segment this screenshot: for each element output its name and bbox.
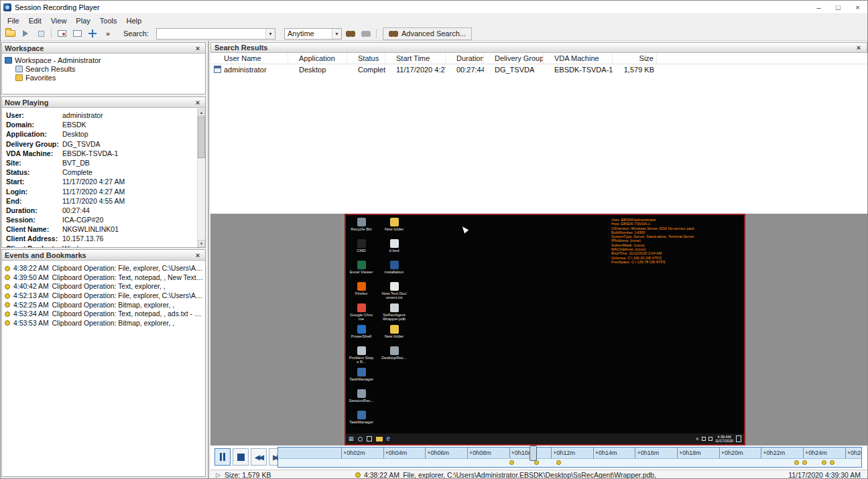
timeline-event-dot[interactable] — [822, 460, 826, 465]
menu-item[interactable]: View — [46, 15, 72, 26]
pan-button[interactable] — [86, 27, 99, 40]
now-playing-field: Client Product: Windows — [6, 245, 197, 247]
workspace-tree: Workspace - Administrator Search Results… — [2, 54, 205, 82]
binoculars-icon — [346, 31, 355, 37]
desktop-icon: Problem Steps R... — [349, 346, 374, 368]
timeline-event-dot[interactable] — [509, 460, 514, 465]
search-input[interactable] — [157, 29, 265, 38]
column-header[interactable]: Application — [288, 53, 347, 64]
table-row[interactable]: administrator Desktop Complete 11/17/202… — [210, 64, 867, 74]
desktop-icon-label: SsRecAgent Wrapper.pdb — [381, 313, 407, 321]
session-recording-player-window: Session Recording Player – □ × File Edit… — [0, 0, 868, 479]
menu-item[interactable]: Edit — [24, 15, 46, 26]
minimize-button[interactable]: – — [809, 1, 828, 13]
timeline-scrubber[interactable] — [530, 446, 537, 461]
event-list-item[interactable]: 4:53:53 AM Clipboard Operation: Bitmap, … — [5, 319, 204, 328]
close-icon[interactable]: × — [193, 44, 202, 52]
timeline-event-dot[interactable] — [534, 460, 539, 465]
timeline-tick — [803, 448, 804, 458]
open-file-button[interactable] — [3, 27, 17, 40]
pause-button[interactable] — [214, 448, 231, 466]
menu-item[interactable]: Play — [71, 15, 95, 26]
timeline[interactable]: +0h02m +0h04m +0h06m — [277, 447, 862, 468]
column-header[interactable]: Status — [347, 53, 385, 64]
close-icon[interactable]: × — [193, 98, 202, 107]
find-button[interactable] — [344, 27, 357, 40]
timeline-marker-label: +0h22m — [763, 450, 785, 456]
menu-item[interactable]: Tools — [95, 15, 122, 26]
stop-button-toolbar[interactable] — [34, 27, 48, 40]
transport-buttons: ◀◀ ▶▶ — [214, 448, 285, 466]
scrollbar-thumb[interactable] — [198, 117, 205, 158]
status-bar: ▷ Size: 1,579 KB 4:38:22 AM File, explor… — [210, 470, 867, 479]
event-list-item[interactable]: 4:39:50 AM Clipboard Operation: Text, no… — [5, 273, 204, 283]
timeline-track[interactable]: +0h02m +0h04m +0h06m — [278, 448, 861, 459]
field-value: Desktop — [62, 130, 88, 139]
search-combobox[interactable]: ▾ — [156, 28, 275, 40]
column-header[interactable]: Start Time — [385, 53, 446, 64]
maximize-button[interactable]: □ — [828, 1, 848, 13]
event-list-item[interactable]: 4:40:42 AM Clipboard Operation: Text, ex… — [5, 282, 204, 291]
field-label: Session: — [6, 216, 62, 225]
stop-button[interactable] — [233, 448, 249, 466]
timeline-tick — [509, 448, 510, 458]
timeline-event-dot[interactable] — [556, 460, 561, 465]
column-header[interactable]: VDA Machine — [544, 53, 613, 64]
now-playing-field: Site: BVT_DB — [6, 159, 197, 168]
menu-item[interactable]: Help — [121, 15, 146, 26]
more-buttons-button[interactable]: » — [101, 27, 115, 40]
close-button[interactable]: × — [848, 1, 867, 13]
scroll-down-icon[interactable]: ▼ — [198, 240, 205, 247]
play-button[interactable] — [19, 27, 32, 40]
now-playing-scrollbar[interactable]: ▲ ▼ — [197, 109, 205, 247]
search-results-column-headers: User Name Application Status Start Time … — [210, 53, 867, 64]
search-results-label: Search Results — [25, 65, 76, 73]
column-header[interactable]: User Name — [213, 53, 288, 64]
timeline-marker: +0h20m — [719, 448, 743, 458]
workspace-root-node[interactable]: Workspace - Administrator — [5, 56, 205, 64]
column-header[interactable]: Duration — [446, 53, 484, 64]
timeline-marker: +0h18m — [677, 448, 701, 458]
column-header[interactable]: Size — [613, 53, 657, 64]
timeline-events-strip[interactable] — [278, 459, 861, 467]
menubar: File Edit View Play Tools Help — [1, 14, 867, 27]
time-filter-dropdown[interactable]: Anytime ▾ — [284, 28, 342, 40]
workspace-panel-header: Workspace × — [2, 43, 205, 54]
timeline-marker-label: +0h26m — [847, 450, 861, 456]
bginfo-text-block: User: EBSDK\administrator Host: EBSDK-TS… — [611, 218, 739, 264]
chevron-down-icon[interactable]: ▾ — [332, 29, 341, 39]
event-list-item[interactable]: 4:52:25 AM Clipboard Operation: Bitmap, … — [5, 300, 204, 310]
desktop-icon-label: TaskManager — [349, 377, 374, 381]
sidebar-item-search-results[interactable]: Search Results — [5, 64, 205, 73]
field-value: ICA-CGP#20 — [62, 216, 103, 225]
desktop-icon: New Text Document.txt — [381, 282, 407, 303]
snapshot-button[interactable] — [55, 27, 68, 40]
desktop-icon-image — [390, 239, 399, 248]
menu-item[interactable]: File — [3, 15, 24, 26]
now-playing-title: Now Playing — [5, 98, 48, 107]
timeline-tick — [425, 448, 426, 458]
event-time: 4:38:22 AM — [13, 265, 49, 272]
rewind-button[interactable]: ◀◀ — [251, 448, 267, 466]
close-icon[interactable]: × — [854, 44, 863, 52]
event-list-item[interactable]: 4:52:13 AM Clipboard Operation: File, ex… — [5, 291, 204, 301]
timeline-event-dot[interactable] — [802, 460, 807, 465]
timeline-tick — [845, 448, 846, 458]
timeline-marker: +0h08m — [467, 448, 491, 458]
scroll-up-icon[interactable]: ▲ — [198, 109, 205, 116]
close-icon[interactable]: × — [193, 251, 202, 259]
timeline-event-dot[interactable] — [830, 460, 834, 465]
chevron-down-icon[interactable]: ▾ — [265, 29, 275, 39]
advanced-search-button[interactable]: Advanced Search... — [383, 27, 472, 40]
field-label: Client Address: — [6, 234, 62, 244]
event-list-item[interactable]: 4:38:22 AM Clipboard Operation: File, ex… — [5, 264, 204, 273]
play-icon — [23, 30, 28, 37]
main-content: Search Results × User Name Application S… — [210, 41, 867, 478]
sidebar-item-favorites[interactable]: Favorites — [5, 73, 205, 82]
desktop-icon-image — [357, 368, 366, 377]
column-header[interactable]: Delivery Group — [484, 53, 544, 64]
timeline-event-dot[interactable] — [794, 460, 799, 465]
event-list-item[interactable]: 4:53:34 AM Clipboard Operation: Text, no… — [5, 310, 204, 319]
fit-window-button[interactable] — [70, 27, 84, 40]
field-value: Windows — [62, 245, 91, 247]
